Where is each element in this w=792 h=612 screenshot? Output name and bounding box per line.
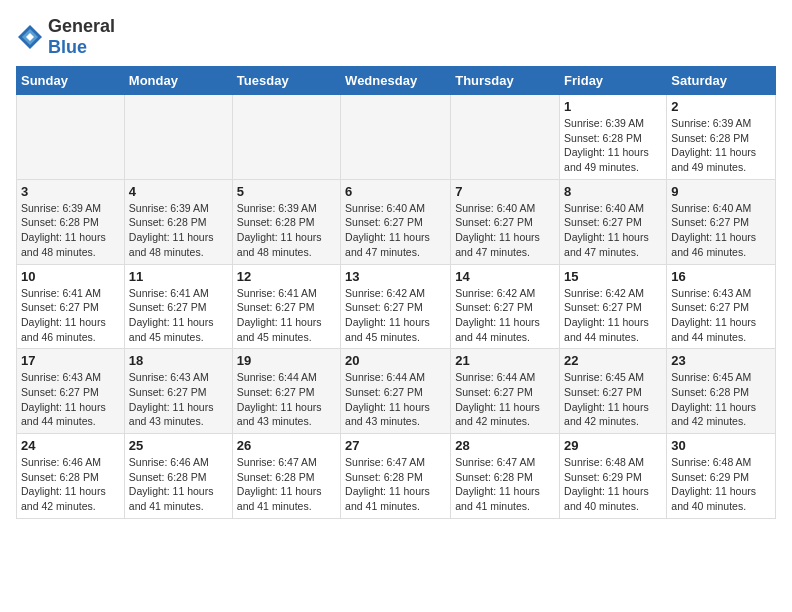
day-info: Sunrise: 6:40 AM Sunset: 6:27 PM Dayligh… (564, 201, 662, 260)
day-number: 11 (129, 269, 228, 284)
calendar-cell: 2Sunrise: 6:39 AM Sunset: 6:28 PM Daylig… (667, 95, 776, 180)
calendar-cell: 14Sunrise: 6:42 AM Sunset: 6:27 PM Dayli… (451, 264, 560, 349)
day-info: Sunrise: 6:43 AM Sunset: 6:27 PM Dayligh… (671, 286, 771, 345)
day-number: 5 (237, 184, 336, 199)
day-info: Sunrise: 6:41 AM Sunset: 6:27 PM Dayligh… (237, 286, 336, 345)
day-number: 1 (564, 99, 662, 114)
day-info: Sunrise: 6:46 AM Sunset: 6:28 PM Dayligh… (129, 455, 228, 514)
calendar-cell (232, 95, 340, 180)
calendar-cell: 1Sunrise: 6:39 AM Sunset: 6:28 PM Daylig… (560, 95, 667, 180)
calendar-cell (341, 95, 451, 180)
day-number: 22 (564, 353, 662, 368)
day-info: Sunrise: 6:43 AM Sunset: 6:27 PM Dayligh… (129, 370, 228, 429)
calendar-cell: 10Sunrise: 6:41 AM Sunset: 6:27 PM Dayli… (17, 264, 125, 349)
logo-blue: Blue (48, 37, 87, 57)
calendar-cell: 3Sunrise: 6:39 AM Sunset: 6:28 PM Daylig… (17, 179, 125, 264)
calendar-cell (124, 95, 232, 180)
header-tuesday: Tuesday (232, 67, 340, 95)
header-saturday: Saturday (667, 67, 776, 95)
day-number: 25 (129, 438, 228, 453)
logo-general: General (48, 16, 115, 36)
calendar-cell: 30Sunrise: 6:48 AM Sunset: 6:29 PM Dayli… (667, 434, 776, 519)
calendar-cell: 4Sunrise: 6:39 AM Sunset: 6:28 PM Daylig… (124, 179, 232, 264)
calendar-cell: 13Sunrise: 6:42 AM Sunset: 6:27 PM Dayli… (341, 264, 451, 349)
calendar-week-row: 17Sunrise: 6:43 AM Sunset: 6:27 PM Dayli… (17, 349, 776, 434)
day-number: 14 (455, 269, 555, 284)
calendar-cell: 22Sunrise: 6:45 AM Sunset: 6:27 PM Dayli… (560, 349, 667, 434)
header-thursday: Thursday (451, 67, 560, 95)
day-number: 18 (129, 353, 228, 368)
calendar-cell: 28Sunrise: 6:47 AM Sunset: 6:28 PM Dayli… (451, 434, 560, 519)
day-info: Sunrise: 6:40 AM Sunset: 6:27 PM Dayligh… (455, 201, 555, 260)
calendar-cell: 25Sunrise: 6:46 AM Sunset: 6:28 PM Dayli… (124, 434, 232, 519)
day-info: Sunrise: 6:47 AM Sunset: 6:28 PM Dayligh… (345, 455, 446, 514)
day-number: 27 (345, 438, 446, 453)
calendar-cell: 27Sunrise: 6:47 AM Sunset: 6:28 PM Dayli… (341, 434, 451, 519)
day-info: Sunrise: 6:45 AM Sunset: 6:27 PM Dayligh… (564, 370, 662, 429)
day-info: Sunrise: 6:48 AM Sunset: 6:29 PM Dayligh… (564, 455, 662, 514)
header-monday: Monday (124, 67, 232, 95)
calendar-week-row: 24Sunrise: 6:46 AM Sunset: 6:28 PM Dayli… (17, 434, 776, 519)
day-number: 30 (671, 438, 771, 453)
day-number: 6 (345, 184, 446, 199)
day-info: Sunrise: 6:40 AM Sunset: 6:27 PM Dayligh… (671, 201, 771, 260)
calendar-cell: 7Sunrise: 6:40 AM Sunset: 6:27 PM Daylig… (451, 179, 560, 264)
day-info: Sunrise: 6:47 AM Sunset: 6:28 PM Dayligh… (237, 455, 336, 514)
day-number: 29 (564, 438, 662, 453)
calendar-cell: 5Sunrise: 6:39 AM Sunset: 6:28 PM Daylig… (232, 179, 340, 264)
day-info: Sunrise: 6:44 AM Sunset: 6:27 PM Dayligh… (345, 370, 446, 429)
calendar-cell: 15Sunrise: 6:42 AM Sunset: 6:27 PM Dayli… (560, 264, 667, 349)
day-number: 9 (671, 184, 771, 199)
day-info: Sunrise: 6:42 AM Sunset: 6:27 PM Dayligh… (345, 286, 446, 345)
day-number: 21 (455, 353, 555, 368)
day-info: Sunrise: 6:45 AM Sunset: 6:28 PM Dayligh… (671, 370, 771, 429)
day-number: 13 (345, 269, 446, 284)
logo: General Blue (16, 16, 115, 58)
day-info: Sunrise: 6:39 AM Sunset: 6:28 PM Dayligh… (671, 116, 771, 175)
day-number: 19 (237, 353, 336, 368)
day-info: Sunrise: 6:39 AM Sunset: 6:28 PM Dayligh… (21, 201, 120, 260)
day-number: 17 (21, 353, 120, 368)
header-sunday: Sunday (17, 67, 125, 95)
day-info: Sunrise: 6:48 AM Sunset: 6:29 PM Dayligh… (671, 455, 771, 514)
day-number: 2 (671, 99, 771, 114)
calendar-cell: 29Sunrise: 6:48 AM Sunset: 6:29 PM Dayli… (560, 434, 667, 519)
calendar-cell: 18Sunrise: 6:43 AM Sunset: 6:27 PM Dayli… (124, 349, 232, 434)
calendar-cell: 23Sunrise: 6:45 AM Sunset: 6:28 PM Dayli… (667, 349, 776, 434)
day-info: Sunrise: 6:39 AM Sunset: 6:28 PM Dayligh… (129, 201, 228, 260)
day-number: 26 (237, 438, 336, 453)
day-number: 24 (21, 438, 120, 453)
logo-icon (16, 23, 44, 51)
calendar-cell: 17Sunrise: 6:43 AM Sunset: 6:27 PM Dayli… (17, 349, 125, 434)
calendar-week-row: 1Sunrise: 6:39 AM Sunset: 6:28 PM Daylig… (17, 95, 776, 180)
calendar-cell: 9Sunrise: 6:40 AM Sunset: 6:27 PM Daylig… (667, 179, 776, 264)
calendar-cell: 26Sunrise: 6:47 AM Sunset: 6:28 PM Dayli… (232, 434, 340, 519)
calendar-cell: 8Sunrise: 6:40 AM Sunset: 6:27 PM Daylig… (560, 179, 667, 264)
calendar-week-row: 3Sunrise: 6:39 AM Sunset: 6:28 PM Daylig… (17, 179, 776, 264)
calendar-cell (451, 95, 560, 180)
page-header: General Blue (16, 16, 776, 58)
day-number: 15 (564, 269, 662, 284)
calendar-table: SundayMondayTuesdayWednesdayThursdayFrid… (16, 66, 776, 519)
day-info: Sunrise: 6:43 AM Sunset: 6:27 PM Dayligh… (21, 370, 120, 429)
calendar-cell: 24Sunrise: 6:46 AM Sunset: 6:28 PM Dayli… (17, 434, 125, 519)
calendar-cell: 21Sunrise: 6:44 AM Sunset: 6:27 PM Dayli… (451, 349, 560, 434)
day-info: Sunrise: 6:39 AM Sunset: 6:28 PM Dayligh… (237, 201, 336, 260)
calendar-cell: 6Sunrise: 6:40 AM Sunset: 6:27 PM Daylig… (341, 179, 451, 264)
day-number: 12 (237, 269, 336, 284)
calendar-week-row: 10Sunrise: 6:41 AM Sunset: 6:27 PM Dayli… (17, 264, 776, 349)
calendar-cell: 12Sunrise: 6:41 AM Sunset: 6:27 PM Dayli… (232, 264, 340, 349)
day-info: Sunrise: 6:40 AM Sunset: 6:27 PM Dayligh… (345, 201, 446, 260)
day-number: 28 (455, 438, 555, 453)
calendar-cell: 11Sunrise: 6:41 AM Sunset: 6:27 PM Dayli… (124, 264, 232, 349)
day-info: Sunrise: 6:44 AM Sunset: 6:27 PM Dayligh… (237, 370, 336, 429)
day-number: 7 (455, 184, 555, 199)
calendar-cell: 19Sunrise: 6:44 AM Sunset: 6:27 PM Dayli… (232, 349, 340, 434)
calendar-header-row: SundayMondayTuesdayWednesdayThursdayFrid… (17, 67, 776, 95)
day-number: 23 (671, 353, 771, 368)
day-info: Sunrise: 6:39 AM Sunset: 6:28 PM Dayligh… (564, 116, 662, 175)
calendar-cell (17, 95, 125, 180)
header-friday: Friday (560, 67, 667, 95)
day-info: Sunrise: 6:41 AM Sunset: 6:27 PM Dayligh… (21, 286, 120, 345)
day-number: 8 (564, 184, 662, 199)
